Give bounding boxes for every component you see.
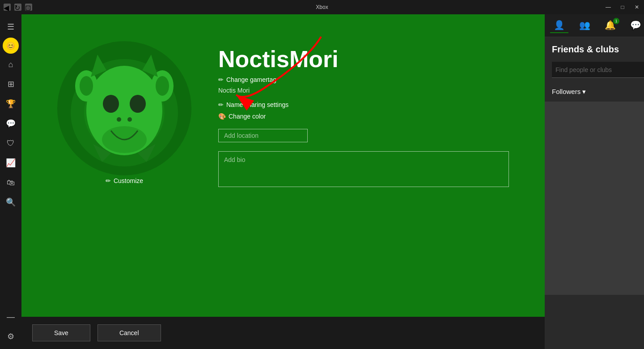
- bag-nav[interactable]: 🛍: [2, 174, 20, 192]
- messages-icon: 💬: [630, 20, 641, 30]
- notification-badge: 1: [613, 18, 619, 24]
- search-bar: 🔍: [552, 62, 644, 78]
- chat-nav[interactable]: 💬: [2, 115, 20, 132]
- trending-nav[interactable]: 📈: [2, 154, 20, 172]
- settings-nav[interactable]: ⚙: [2, 328, 20, 345]
- main-content: ✏ Customize NoctisMori ✏ Change gamertag…: [21, 14, 545, 349]
- panel-tabs: 👤 👥 🔔 1 💬: [545, 14, 644, 37]
- customize-button[interactable]: ✏ Customize: [106, 177, 143, 184]
- home-button[interactable]: ⊡: [25, 4, 32, 11]
- save-button[interactable]: Save: [32, 324, 90, 341]
- pencil-icon: ✏: [106, 177, 111, 184]
- profile-area: ✏ Customize NoctisMori ✏ Change gamertag…: [21, 14, 545, 317]
- avatar-container: ✏ Customize: [57, 41, 191, 211]
- titlebar-controls-left: ◀ ↻ ⊡: [4, 4, 32, 11]
- menu-button[interactable]: ☰: [2, 18, 20, 36]
- profile-info: NoctisMori ✏ Change gamertag Noctis Mori…: [218, 41, 509, 189]
- search-nav[interactable]: 🔍: [2, 193, 20, 211]
- pencil-icon-gamertag: ✏: [218, 76, 224, 83]
- close-button[interactable]: ✕: [633, 4, 640, 10]
- bio-input[interactable]: [218, 151, 509, 187]
- capture-nav[interactable]: —: [2, 308, 20, 326]
- tab-clubs[interactable]: 👥: [576, 18, 594, 33]
- pencil-icon-name: ✏: [218, 101, 224, 108]
- panel-title: Friends & clubs: [545, 37, 644, 62]
- tab-messages[interactable]: 💬: [627, 18, 644, 33]
- avatar-svg: [66, 41, 182, 175]
- store-nav[interactable]: ⊞: [2, 75, 20, 93]
- back-button[interactable]: ◀: [4, 4, 11, 11]
- user-avatar[interactable]: 😊: [3, 38, 19, 54]
- titlebar-controls-right: — □ ✕: [605, 4, 640, 10]
- change-color-button[interactable]: 🎨 Change color: [218, 113, 509, 120]
- followers-label: Followers ▾: [552, 88, 586, 96]
- svg-point-6: [80, 76, 93, 96]
- color-icon: 🎨: [218, 113, 226, 120]
- maximize-button[interactable]: □: [619, 4, 626, 10]
- trophy-nav[interactable]: 🏆: [2, 95, 20, 113]
- add-button-3[interactable]: +: [545, 332, 644, 349]
- right-panel: 👤 👥 🔔 1 💬 Friends & clubs 🔍 Followers ▾: [545, 14, 644, 349]
- followers-header: Followers ▾ +: [545, 83, 644, 100]
- avatar-circle: [57, 41, 191, 175]
- clubs-icon: 👥: [579, 20, 590, 30]
- svg-point-12: [117, 117, 121, 122]
- app-body: ☰ 😊 ⌂ ⊞ 🏆 💬 🛡 📈 🛍 🔍 — ⚙: [0, 14, 644, 349]
- minimize-button[interactable]: —: [605, 4, 612, 10]
- add-button-1[interactable]: +: [545, 297, 644, 314]
- tab-notifications[interactable]: 🔔 1: [601, 18, 619, 33]
- cancel-button[interactable]: Cancel: [97, 324, 161, 341]
- svg-point-11: [130, 95, 146, 113]
- bottom-bar: Save Cancel: [21, 317, 545, 349]
- svg-point-10: [103, 95, 119, 113]
- tab-friends[interactable]: 👤: [550, 18, 568, 33]
- location-input[interactable]: [218, 129, 308, 142]
- friends-icon: 👤: [554, 20, 565, 30]
- gamertag-title: NoctisMori: [218, 46, 509, 72]
- titlebar: ◀ ↻ ⊡ Xbox — □ ✕: [0, 0, 644, 14]
- change-gamertag-button[interactable]: ✏ Change gamertag: [218, 76, 509, 83]
- chevron-down-icon[interactable]: ▾: [582, 88, 586, 96]
- search-input[interactable]: [552, 63, 644, 77]
- name-sharing-button[interactable]: ✏ Name sharing settings: [218, 101, 509, 108]
- app-title: Xbox: [316, 4, 328, 10]
- refresh-button[interactable]: ↻: [14, 4, 21, 11]
- svg-point-7: [156, 76, 169, 96]
- shield-nav[interactable]: 🛡: [2, 134, 20, 152]
- home-nav[interactable]: ⌂: [2, 55, 20, 73]
- add-button-2[interactable]: +: [545, 314, 644, 332]
- sidebar: ☰ 😊 ⌂ ⊞ 🏆 💬 🛡 📈 🛍 🔍 — ⚙: [0, 14, 21, 349]
- svg-point-13: [127, 117, 132, 122]
- real-name: Noctis Mori: [218, 87, 509, 94]
- followers-content: [545, 102, 644, 295]
